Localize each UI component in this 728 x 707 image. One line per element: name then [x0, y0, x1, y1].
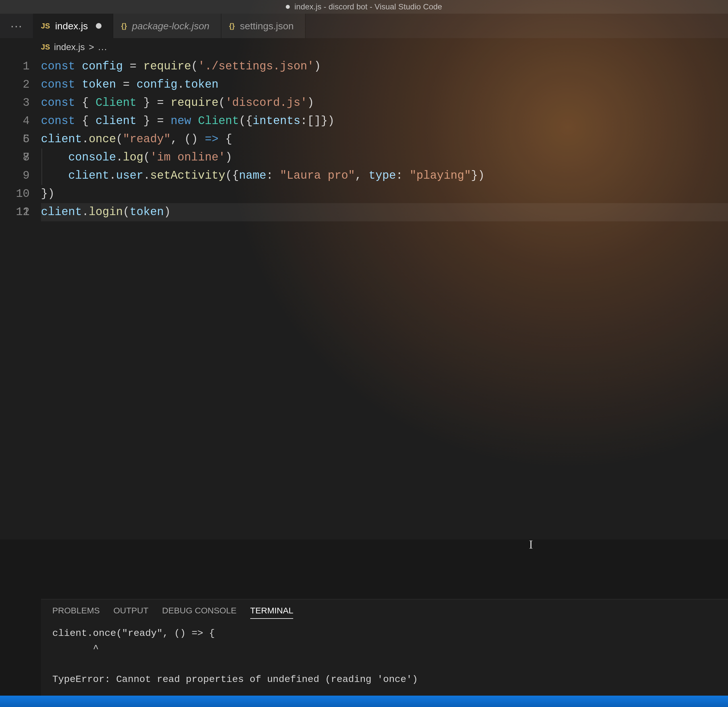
chevron-right-icon: >	[89, 42, 94, 52]
code-line[interactable]: 9 client.user.setActivity({name: "Laura …	[41, 167, 728, 185]
code-line[interactable]: 4const { client } = new Client({intents:…	[41, 112, 728, 130]
code-content: client.user.setActivity({name: "Laura pr…	[41, 167, 485, 185]
bottom-panel: PROBLEMSOUTPUTDEBUG CONSOLETERMINAL clie…	[41, 599, 728, 695]
text-cursor-icon: I	[529, 538, 533, 551]
code-line[interactable]: 2const token = config.token	[41, 76, 728, 94]
windows-taskbar[interactable]	[0, 695, 728, 707]
line-number: 12	[0, 203, 41, 221]
json-file-icon: {}	[121, 22, 127, 30]
code-content: const { client } = new Client({intents:[…	[41, 112, 334, 130]
tab-filename: package-lock.json	[132, 20, 209, 32]
code-line[interactable]: 1const config = require('./settings.json…	[41, 58, 728, 76]
editor-tab-settings-json[interactable]: {}settings.json	[221, 14, 305, 38]
code-line[interactable]: 10})	[41, 185, 728, 203]
code-content: client.once("ready", () => {	[41, 130, 232, 149]
code-content: client.login(token)	[41, 203, 170, 221]
panel-tab-strip: PROBLEMSOUTPUTDEBUG CONSOLETERMINAL	[41, 600, 728, 623]
breadcrumb-file: index.js	[54, 42, 85, 52]
line-number: 3	[0, 94, 41, 112]
vscode-window: index.js - discord bot - Visual Studio C…	[0, 0, 728, 707]
code-line[interactable]: 3const { Client } = require('discord.js'…	[41, 94, 728, 112]
tab-filename: settings.json	[240, 20, 294, 32]
code-content: const token = config.token	[41, 76, 218, 94]
code-editor[interactable]: 1const config = require('./settings.json…	[0, 56, 728, 539]
code-line[interactable]: 8 console.log('im online')	[41, 149, 728, 167]
code-content: console.log('im online')	[41, 149, 232, 167]
window-title: index.js - discord bot - Visual Studio C…	[294, 2, 442, 12]
title-bar: index.js - discord bot - Visual Studio C…	[0, 0, 728, 14]
line-number: 8	[0, 149, 41, 167]
line-number: 4	[0, 112, 41, 130]
line-number: 1	[0, 58, 41, 76]
tab-filename: index.js	[55, 20, 88, 32]
json-file-icon: {}	[229, 22, 235, 30]
panel-tab-output[interactable]: OUTPUT	[113, 606, 149, 619]
line-number: 9	[0, 167, 41, 185]
js-file-icon: JS	[41, 22, 50, 30]
panel-tab-debug-console[interactable]: DEBUG CONSOLE	[162, 606, 237, 619]
code-content: })	[41, 185, 55, 203]
code-line[interactable]: 6client.once("ready", () => {	[41, 130, 728, 149]
js-file-icon: JS	[41, 43, 50, 52]
code-line[interactable]: 12client.login(token)	[41, 203, 728, 221]
code-content: const config = require('./settings.json'…	[41, 58, 321, 76]
breadcrumb[interactable]: JS index.js > ...	[0, 38, 728, 56]
unsaved-dot-icon	[286, 5, 290, 9]
overflow-menu-icon[interactable]: ···	[0, 14, 33, 38]
line-number: 2	[0, 76, 41, 94]
code-content: const { Client } = require('discord.js')	[41, 94, 314, 112]
editor-tab-package-lock-json[interactable]: {}package-lock.json	[113, 14, 221, 38]
line-number: 6	[0, 130, 41, 149]
panel-tab-problems[interactable]: PROBLEMS	[52, 606, 100, 619]
line-number: 10	[0, 185, 41, 203]
breadcrumb-tail: ...	[98, 42, 107, 52]
tab-strip: ··· JSindex.js{}package-lock.json{}setti…	[0, 14, 728, 38]
modified-indicator-icon	[96, 23, 101, 29]
terminal-output[interactable]: client.once("ready", () => { ^ TypeError…	[41, 623, 728, 695]
editor-tab-index-js[interactable]: JSindex.js	[33, 14, 113, 38]
panel-tab-terminal[interactable]: TERMINAL	[250, 606, 293, 619]
